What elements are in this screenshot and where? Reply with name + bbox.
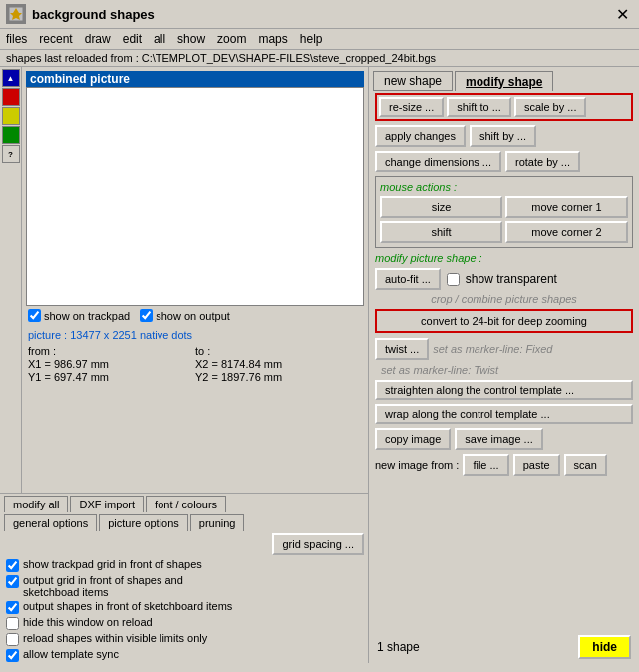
cb-hide-window[interactable]	[6, 617, 19, 630]
straighten-row: straighten along the control template ..…	[369, 378, 639, 402]
tool-green[interactable]	[2, 126, 20, 144]
cb-trackpad-grid[interactable]	[6, 559, 19, 572]
shape-tabs: new shape modify shape	[369, 67, 639, 91]
tab-general-options[interactable]: general options	[4, 514, 97, 531]
hide-button[interactable]: hide	[578, 635, 631, 659]
window-title: background shapes	[32, 7, 612, 22]
image-actions-row: copy image save image ...	[369, 426, 639, 452]
change-dimensions-button[interactable]: change dimensions ...	[375, 151, 501, 172]
mouse-actions-box: mouse actions : size move corner 1 shift…	[375, 176, 633, 248]
resize-button[interactable]: re-size ...	[379, 97, 444, 117]
menu-zoom[interactable]: zoom	[217, 32, 246, 46]
tab-pruning[interactable]: pruning	[190, 514, 245, 531]
app-icon	[6, 4, 26, 24]
tool-question[interactable]: ?	[2, 145, 20, 163]
cb-allow-sync[interactable]	[6, 649, 19, 662]
menu-all[interactable]: all	[154, 32, 165, 46]
checkbox-output-shapes: output shapes in front of sketchboard it…	[0, 599, 368, 615]
tabs-row2: general options picture options pruning	[0, 512, 368, 531]
marker-row2: set as marker-line: Twist	[369, 362, 639, 378]
y2-value: Y2 = 1897.76 mm	[195, 371, 362, 383]
crop-label: crop / combine picture shapes	[369, 292, 639, 306]
copy-image-button[interactable]: copy image	[375, 428, 451, 450]
tool-yellow[interactable]	[2, 107, 20, 125]
move-corner2-button[interactable]: move corner 2	[505, 221, 628, 243]
shift-to-button[interactable]: shift to ...	[447, 97, 511, 117]
menu-files[interactable]: files	[6, 32, 27, 46]
paste-button[interactable]: paste	[513, 454, 560, 476]
scale-by-button[interactable]: scale by ...	[514, 97, 587, 117]
tool-red[interactable]	[2, 88, 20, 106]
tool-up-arrow[interactable]: ▲	[2, 69, 20, 87]
bottom-right: 1 shape hide	[369, 631, 639, 663]
close-button[interactable]: ✕	[612, 5, 633, 24]
x2-value: X2 = 8174.84 mm	[195, 358, 362, 370]
checkbox-output-grid: output grid in front of shapes andsketch…	[0, 573, 368, 599]
canvas-box	[26, 87, 364, 306]
title-bar: background shapes ✕	[0, 0, 639, 29]
convert-button[interactable]: convert to 24-bit for deep zooming	[375, 309, 633, 333]
set-marker-fixed-label: set as marker-line: Fixed	[433, 343, 552, 355]
twist-button[interactable]: twist ...	[375, 338, 429, 360]
cb-output-shapes[interactable]	[6, 601, 19, 614]
size-button[interactable]: size	[380, 196, 502, 218]
shape-count: 1 shape	[377, 640, 420, 654]
checkbox-trackpad-grid: show trackpad grid in front of shapes	[0, 557, 368, 573]
tab-new-shape[interactable]: new shape	[373, 71, 453, 91]
move-corner1-button[interactable]: move corner 1	[505, 196, 628, 218]
cb-output-grid[interactable]	[6, 575, 19, 588]
to-label: to :	[195, 345, 362, 357]
shift-button[interactable]: shift	[380, 221, 502, 243]
straighten-button[interactable]: straighten along the control template ..…	[375, 380, 633, 400]
rotate-by-button[interactable]: rotate by ...	[505, 151, 580, 172]
wrap-button[interactable]: wrap along the control template ...	[375, 404, 633, 424]
menu-edit[interactable]: edit	[123, 32, 142, 46]
canvas-label: combined picture	[26, 71, 364, 87]
new-image-label: new image from :	[375, 459, 459, 471]
scan-button[interactable]: scan	[564, 454, 607, 476]
menu-help[interactable]: help	[300, 32, 323, 46]
checkbox-allow-sync: allow template sync	[0, 647, 368, 663]
tab-modify-all[interactable]: modify all	[4, 496, 68, 512]
marker-row: twist ... set as marker-line: Fixed	[369, 336, 639, 362]
show-transparent-checkbox[interactable]	[447, 273, 460, 286]
menu-draw[interactable]: draw	[85, 32, 111, 46]
cb-reload-visible[interactable]	[6, 633, 19, 646]
checkbox-hide-window: hide this window on reload	[0, 615, 368, 631]
wrap-row: wrap along the control template ...	[369, 402, 639, 426]
picture-info: picture : 13477 x 2251 native dots	[22, 325, 368, 345]
tab-dxf-import[interactable]: DXF import	[70, 496, 144, 512]
mouse-grid: size move corner 1 shift move corner 2	[380, 196, 628, 243]
transparent-row: auto-fit ... show transparent	[369, 266, 639, 292]
new-image-row: new image from : file ... paste scan	[369, 452, 639, 478]
set-marker-twist-label: set as marker-line: Twist	[375, 364, 498, 376]
tool-sidebar: ▲ ?	[0, 67, 22, 493]
show-transparent-label: show transparent	[466, 272, 557, 286]
convert-btn-row: convert to 24-bit for deep zooming	[369, 306, 639, 336]
tabs-row: modify all DXF import font / colours	[0, 494, 368, 512]
menu-bar: files recent draw edit all show zoom map…	[0, 29, 639, 50]
from-label: from :	[28, 345, 194, 357]
save-image-button[interactable]: save image ...	[455, 428, 542, 450]
change-dim-row: change dimensions ... rotate by ...	[369, 149, 639, 174]
show-output-checkbox[interactable]	[140, 309, 153, 322]
auto-fit-button[interactable]: auto-fit ...	[375, 268, 441, 290]
tab-modify-shape[interactable]: modify shape	[455, 71, 553, 91]
checkbox-reload-visible: reload shapes within visible limits only	[0, 631, 368, 647]
show-output-label[interactable]: show on output	[140, 309, 230, 322]
x1-value: X1 = 986.97 mm	[28, 358, 194, 370]
y1-value: Y1 = 697.47 mm	[28, 371, 194, 383]
show-trackpad-checkbox[interactable]	[28, 309, 41, 322]
menu-maps[interactable]: maps	[258, 32, 287, 46]
show-trackpad-label[interactable]: show on trackpad	[28, 309, 130, 322]
tab-font-colours[interactable]: font / colours	[146, 496, 226, 512]
menu-recent[interactable]: recent	[39, 32, 72, 46]
file-button[interactable]: file ...	[463, 454, 508, 476]
shift-by-button[interactable]: shift by ...	[470, 125, 536, 147]
apply-changes-row: apply changes shift by ...	[369, 123, 639, 149]
menu-show[interactable]: show	[177, 32, 205, 46]
modify-picture-label: modify picture shape :	[369, 250, 639, 266]
tab-picture-options[interactable]: picture options	[99, 514, 188, 531]
grid-spacing-button[interactable]: grid spacing ...	[272, 533, 364, 555]
apply-changes-button[interactable]: apply changes	[375, 125, 466, 147]
